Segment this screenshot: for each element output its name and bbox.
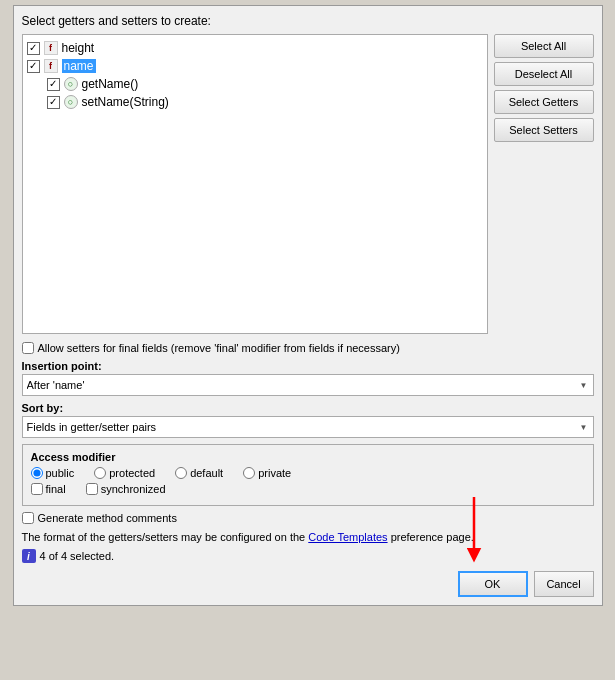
method-icon-setName: ○ xyxy=(64,95,78,109)
code-templates-link[interactable]: Code Templates xyxy=(308,531,387,543)
select-all-button[interactable]: Select All xyxy=(494,34,594,58)
checkbox-synchronized-item: synchronized xyxy=(86,483,166,495)
tree-item-setName[interactable]: ○ setName(String) xyxy=(27,93,483,111)
select-setters-button[interactable]: Select Setters xyxy=(494,118,594,142)
info-text-before: The format of the getters/setters may be… xyxy=(22,531,306,543)
arrow-indicator-height: → xyxy=(22,39,23,55)
selected-count-text: 4 of 4 selected. xyxy=(40,550,115,562)
tree-label-name: name xyxy=(62,59,96,73)
radio-public-input[interactable] xyxy=(31,467,43,479)
selected-count-row: i 4 of 4 selected. xyxy=(22,549,594,563)
checkbox-getName[interactable] xyxy=(47,78,60,91)
sort-by-wrapper: Fields in getter/setter pairs xyxy=(22,416,594,438)
cancel-button[interactable]: Cancel xyxy=(534,571,594,597)
insertion-point-wrapper: After 'name' xyxy=(22,374,594,396)
allow-setters-checkbox[interactable] xyxy=(22,342,34,354)
generate-comments-checkbox[interactable] xyxy=(22,512,34,524)
field-icon-height: f xyxy=(44,41,58,55)
checkbox-synchronized[interactable] xyxy=(86,483,98,495)
checkbox-synchronized-label: synchronized xyxy=(101,483,166,495)
button-row: OK Cancel xyxy=(22,571,594,597)
radio-default-input[interactable] xyxy=(175,467,187,479)
radio-protected: protected xyxy=(94,467,155,479)
field-icon-name: f xyxy=(44,59,58,73)
tree-item-height[interactable]: → f height xyxy=(27,39,483,57)
info-text-row: The format of the getters/setters may be… xyxy=(22,530,594,545)
ok-button[interactable]: OK xyxy=(458,571,528,597)
dialog-title: Select getters and setters to create: xyxy=(22,14,594,28)
access-modifier-section: Access modifier public protected default… xyxy=(22,444,594,506)
tree-panel[interactable]: → f height → f name ○ getName() ○ xyxy=(22,34,488,334)
checkbox-name[interactable] xyxy=(27,60,40,73)
radio-private-label: private xyxy=(258,467,291,479)
checkbox-final[interactable] xyxy=(31,483,43,495)
checkbox-setName[interactable] xyxy=(47,96,60,109)
radio-public: public xyxy=(31,467,75,479)
allow-setters-row: Allow setters for final fields (remove '… xyxy=(22,342,594,354)
button-panel: Select All Deselect All Select Getters S… xyxy=(494,34,594,334)
tree-label-height: height xyxy=(62,41,95,55)
radio-private: private xyxy=(243,467,291,479)
deselect-all-button[interactable]: Deselect All xyxy=(494,62,594,86)
tree-item-getName[interactable]: ○ getName() xyxy=(27,75,483,93)
insertion-point-dropdown[interactable]: After 'name' xyxy=(22,374,594,396)
select-getters-button[interactable]: Select Getters xyxy=(494,90,594,114)
main-content-area: → f height → f name ○ getName() ○ xyxy=(22,34,594,334)
main-dialog: Select getters and setters to create: → … xyxy=(13,5,603,606)
tree-item-name[interactable]: → f name xyxy=(27,57,483,75)
radio-private-input[interactable] xyxy=(243,467,255,479)
sort-by-dropdown[interactable]: Fields in getter/setter pairs xyxy=(22,416,594,438)
tree-label-getName: getName() xyxy=(82,77,139,91)
radio-protected-label: protected xyxy=(109,467,155,479)
info-text-after: preference page. xyxy=(391,531,474,543)
access-modifier-extra-row: final synchronized xyxy=(31,483,585,495)
generate-comments-row: Generate method comments xyxy=(22,512,594,524)
checkbox-height[interactable] xyxy=(27,42,40,55)
bottom-section: Allow setters for final fields (remove '… xyxy=(22,342,594,597)
arrow-indicator-name: → xyxy=(22,57,23,73)
checkbox-final-item: final xyxy=(31,483,66,495)
tree-label-setName: setName(String) xyxy=(82,95,169,109)
method-icon-getName: ○ xyxy=(64,77,78,91)
radio-protected-input[interactable] xyxy=(94,467,106,479)
radio-default-label: default xyxy=(190,467,223,479)
info-icon: i xyxy=(22,549,36,563)
generate-comments-label: Generate method comments xyxy=(38,512,177,524)
allow-setters-label: Allow setters for final fields (remove '… xyxy=(38,342,400,354)
checkbox-final-label: final xyxy=(46,483,66,495)
insertion-point-label: Insertion point: xyxy=(22,360,594,372)
access-modifier-radio-row: public protected default private xyxy=(31,467,585,479)
access-modifier-title: Access modifier xyxy=(31,451,585,463)
radio-public-label: public xyxy=(46,467,75,479)
sort-by-label: Sort by: xyxy=(22,402,594,414)
radio-default: default xyxy=(175,467,223,479)
